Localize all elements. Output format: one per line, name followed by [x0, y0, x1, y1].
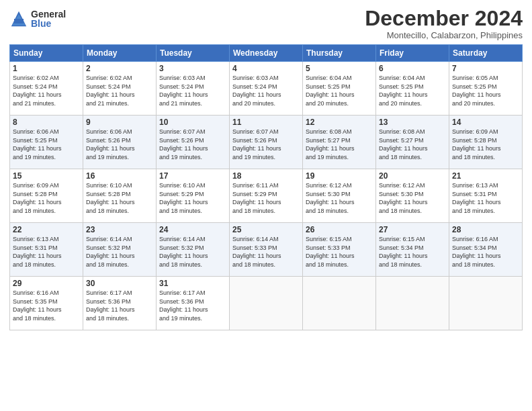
calendar-cell: 5Sunrise: 6:04 AM Sunset: 5:25 PM Daylig… — [303, 62, 376, 116]
calendar-cell — [376, 277, 449, 330]
header-sunday: Sunday — [10, 45, 83, 62]
logo: General Blue — [9, 9, 66, 28]
calendar-cell: 23Sunrise: 6:14 AM Sunset: 5:32 PM Dayli… — [83, 223, 157, 277]
day-info: Sunrise: 6:03 AM Sunset: 5:24 PM Dayligh… — [232, 74, 300, 107]
day-number: 28 — [452, 225, 519, 234]
calendar-cell: 29Sunrise: 6:16 AM Sunset: 5:35 PM Dayli… — [10, 277, 83, 330]
calendar-cell — [449, 277, 523, 330]
calendar-cell: 14Sunrise: 6:09 AM Sunset: 5:28 PM Dayli… — [449, 116, 523, 169]
calendar-cell: 9Sunrise: 6:06 AM Sunset: 5:26 PM Daylig… — [83, 116, 157, 169]
svg-rect-2 — [14, 19, 24, 24]
header-wednesday: Wednesday — [230, 45, 303, 62]
day-number: 11 — [232, 118, 300, 127]
day-number: 5 — [306, 64, 373, 73]
header-row: General Blue December 2024 Montecillo, C… — [9, 7, 523, 40]
week-row-1: 1Sunrise: 6:02 AM Sunset: 5:24 PM Daylig… — [10, 62, 523, 116]
day-info: Sunrise: 6:06 AM Sunset: 5:26 PM Dayligh… — [86, 128, 153, 161]
calendar-cell: 31Sunrise: 6:17 AM Sunset: 5:36 PM Dayli… — [157, 277, 230, 330]
day-number: 6 — [379, 64, 446, 73]
day-number: 15 — [13, 171, 80, 181]
day-info: Sunrise: 6:06 AM Sunset: 5:25 PM Dayligh… — [13, 128, 80, 161]
month-title: December 2024 — [365, 7, 523, 30]
day-info: Sunrise: 6:03 AM Sunset: 5:24 PM Dayligh… — [159, 74, 226, 107]
calendar-cell: 26Sunrise: 6:15 AM Sunset: 5:33 PM Dayli… — [303, 223, 376, 277]
logo-blue: Blue — [31, 19, 66, 28]
title-section: December 2024 Montecillo, Calabarzon, Ph… — [365, 7, 523, 40]
calendar-cell: 22Sunrise: 6:13 AM Sunset: 5:31 PM Dayli… — [10, 223, 83, 277]
day-info: Sunrise: 6:02 AM Sunset: 5:24 PM Dayligh… — [86, 74, 153, 107]
calendar-cell: 21Sunrise: 6:13 AM Sunset: 5:31 PM Dayli… — [449, 169, 523, 223]
calendar-cell — [303, 277, 376, 330]
day-number: 21 — [452, 171, 519, 181]
day-number: 1 — [13, 64, 80, 73]
day-info: Sunrise: 6:05 AM Sunset: 5:25 PM Dayligh… — [452, 74, 519, 107]
calendar-table: SundayMondayTuesdayWednesdayThursdayFrid… — [9, 44, 523, 330]
location: Montecillo, Calabarzon, Philippines — [365, 30, 523, 40]
day-number: 20 — [379, 171, 446, 181]
day-number: 23 — [86, 225, 153, 234]
day-number: 24 — [159, 225, 226, 234]
calendar-cell: 12Sunrise: 6:08 AM Sunset: 5:27 PM Dayli… — [303, 116, 376, 169]
calendar-cell: 2Sunrise: 6:02 AM Sunset: 5:24 PM Daylig… — [83, 62, 157, 116]
day-info: Sunrise: 6:14 AM Sunset: 5:32 PM Dayligh… — [159, 235, 226, 269]
calendar-cell: 10Sunrise: 6:07 AM Sunset: 5:26 PM Dayli… — [157, 116, 230, 169]
calendar-cell: 16Sunrise: 6:10 AM Sunset: 5:28 PM Dayli… — [83, 169, 157, 223]
week-row-2: 8Sunrise: 6:06 AM Sunset: 5:25 PM Daylig… — [10, 116, 523, 169]
day-number: 16 — [86, 171, 153, 181]
day-number: 14 — [452, 118, 519, 127]
calendar-cell: 11Sunrise: 6:07 AM Sunset: 5:26 PM Dayli… — [230, 116, 303, 169]
day-info: Sunrise: 6:15 AM Sunset: 5:33 PM Dayligh… — [306, 235, 373, 269]
calendar-container: General Blue December 2024 Montecillo, C… — [0, 0, 532, 337]
day-info: Sunrise: 6:07 AM Sunset: 5:26 PM Dayligh… — [159, 128, 226, 161]
day-number: 31 — [159, 279, 226, 288]
day-number: 7 — [452, 64, 519, 73]
day-info: Sunrise: 6:13 AM Sunset: 5:31 PM Dayligh… — [13, 235, 80, 269]
calendar-cell: 3Sunrise: 6:03 AM Sunset: 5:24 PM Daylig… — [157, 62, 230, 116]
day-number: 30 — [86, 279, 153, 288]
calendar-cell: 24Sunrise: 6:14 AM Sunset: 5:32 PM Dayli… — [157, 223, 230, 277]
header-saturday: Saturday — [449, 45, 523, 62]
day-number: 17 — [159, 171, 226, 181]
day-info: Sunrise: 6:08 AM Sunset: 5:27 PM Dayligh… — [306, 128, 373, 161]
logo-general: General — [31, 9, 66, 19]
day-info: Sunrise: 6:16 AM Sunset: 5:35 PM Dayligh… — [13, 289, 80, 322]
week-row-3: 15Sunrise: 6:09 AM Sunset: 5:28 PM Dayli… — [10, 169, 523, 223]
day-number: 10 — [159, 118, 226, 127]
day-number: 25 — [232, 225, 300, 234]
logo-text: General Blue — [31, 9, 66, 28]
calendar-cell: 20Sunrise: 6:12 AM Sunset: 5:30 PM Dayli… — [376, 169, 449, 223]
header-tuesday: Tuesday — [157, 45, 230, 62]
day-number: 12 — [306, 118, 373, 127]
calendar-cell: 7Sunrise: 6:05 AM Sunset: 5:25 PM Daylig… — [449, 62, 523, 116]
calendar-cell: 13Sunrise: 6:08 AM Sunset: 5:27 PM Dayli… — [376, 116, 449, 169]
day-info: Sunrise: 6:08 AM Sunset: 5:27 PM Dayligh… — [379, 128, 446, 161]
day-number: 27 — [379, 225, 446, 234]
calendar-cell: 6Sunrise: 6:04 AM Sunset: 5:25 PM Daylig… — [376, 62, 449, 116]
day-number: 13 — [379, 118, 446, 127]
calendar-cell: 18Sunrise: 6:11 AM Sunset: 5:29 PM Dayli… — [230, 169, 303, 223]
calendar-cell: 25Sunrise: 6:14 AM Sunset: 5:33 PM Dayli… — [230, 223, 303, 277]
day-number: 29 — [13, 279, 80, 288]
day-number: 3 — [159, 64, 226, 73]
calendar-cell: 27Sunrise: 6:15 AM Sunset: 5:34 PM Dayli… — [376, 223, 449, 277]
calendar-cell: 17Sunrise: 6:10 AM Sunset: 5:29 PM Dayli… — [157, 169, 230, 223]
day-info: Sunrise: 6:13 AM Sunset: 5:31 PM Dayligh… — [452, 181, 519, 215]
day-info: Sunrise: 6:10 AM Sunset: 5:29 PM Dayligh… — [159, 181, 226, 215]
day-info: Sunrise: 6:09 AM Sunset: 5:28 PM Dayligh… — [452, 128, 519, 161]
calendar-cell: 4Sunrise: 6:03 AM Sunset: 5:24 PM Daylig… — [230, 62, 303, 116]
day-info: Sunrise: 6:11 AM Sunset: 5:29 PM Dayligh… — [232, 181, 300, 215]
day-info: Sunrise: 6:04 AM Sunset: 5:25 PM Dayligh… — [379, 74, 446, 107]
week-row-4: 22Sunrise: 6:13 AM Sunset: 5:31 PM Dayli… — [10, 223, 523, 277]
day-info: Sunrise: 6:16 AM Sunset: 5:34 PM Dayligh… — [452, 235, 519, 269]
day-info: Sunrise: 6:14 AM Sunset: 5:33 PM Dayligh… — [232, 235, 300, 269]
header-row-days: SundayMondayTuesdayWednesdayThursdayFrid… — [10, 45, 523, 62]
day-number: 22 — [13, 225, 80, 234]
header-thursday: Thursday — [303, 45, 376, 62]
calendar-cell — [230, 277, 303, 330]
day-info: Sunrise: 6:07 AM Sunset: 5:26 PM Dayligh… — [232, 128, 300, 161]
day-info: Sunrise: 6:04 AM Sunset: 5:25 PM Dayligh… — [306, 74, 373, 107]
header-friday: Friday — [376, 45, 449, 62]
calendar-cell: 1Sunrise: 6:02 AM Sunset: 5:24 PM Daylig… — [10, 62, 83, 116]
calendar-cell: 15Sunrise: 6:09 AM Sunset: 5:28 PM Dayli… — [10, 169, 83, 223]
day-number: 9 — [86, 118, 153, 127]
